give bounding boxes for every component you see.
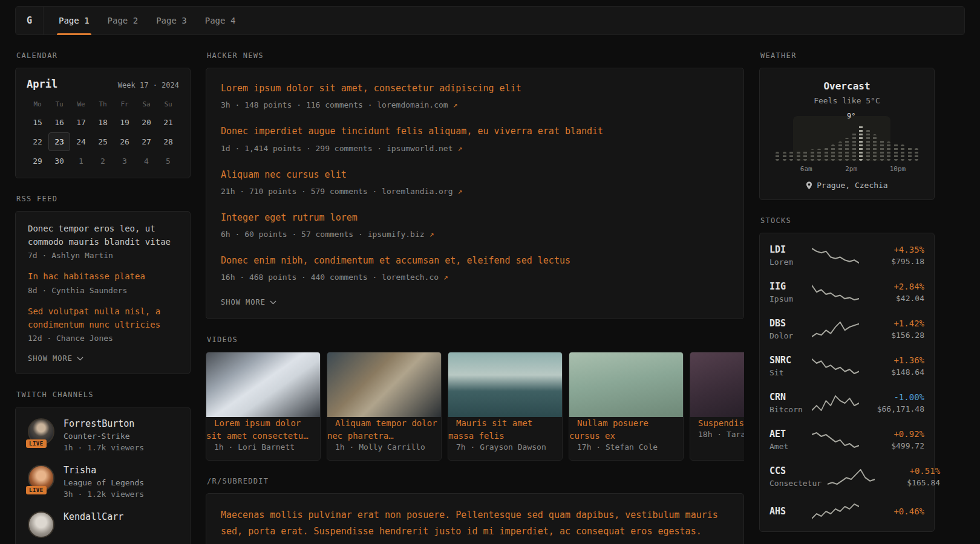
stock-change: +0.46%	[865, 507, 924, 516]
hn-item-link[interactable]: Integer eget rutrum lorem	[221, 211, 729, 225]
middle-column: HACKER NEWS Lorem ipsum dolor sit amet, …	[206, 35, 744, 544]
hn-item-link[interactable]: Donec enim nibh, condimentum et accumsan…	[221, 254, 729, 268]
calendar-day[interactable]: 2	[92, 152, 114, 170]
hackernews-widget: Lorem ipsum dolor sit amet, consectetur …	[206, 68, 744, 319]
stock-change: +2.84%	[865, 282, 924, 291]
hn-item-domain: loremlandia.org	[382, 187, 452, 196]
calendar-day[interactable]: 3	[114, 152, 136, 170]
stock-price: $165.84	[881, 478, 940, 487]
stock-id: CCS Consectetur	[769, 465, 822, 488]
stock-change: -1.00%	[865, 392, 924, 402]
calendar-day[interactable]: 21	[157, 113, 179, 132]
hn-item-domain-link[interactable]: loremlandia.org ↗	[382, 187, 462, 196]
external-link-icon: ↗	[429, 230, 434, 239]
stock-values: +4.35% $795.18	[865, 245, 924, 266]
app-logo[interactable]: G	[16, 7, 44, 34]
calendar-dow: Mo	[27, 95, 48, 112]
calendar-day[interactable]: 17	[70, 113, 92, 132]
hn-item-domain-link[interactable]: ipsumworld.net ↗	[387, 144, 462, 153]
external-link-icon: ↗	[457, 187, 462, 196]
calendar-day[interactable]: 5	[157, 152, 179, 170]
calendar-day[interactable]: 20	[136, 113, 157, 132]
twitch-channel[interactable]: LIVE ForrestBurton Counter-Strike 1h · 1…	[28, 418, 178, 452]
chevron-down-icon	[77, 357, 83, 361]
video-title-link[interactable]: Mauris sit amet massa felis	[448, 410, 532, 444]
video-card[interactable]: Suspendisse diam 18h · Tara	[690, 352, 744, 461]
stock-id: IIG Ipsum	[769, 281, 806, 303]
stock-row[interactable]: IIG Ipsum +2.84% $42.04	[760, 274, 934, 311]
stock-row[interactable]: CCS Consectetur +0.51% $165.84	[760, 458, 934, 495]
stock-change: +0.92%	[865, 429, 924, 439]
rss-show-more-button[interactable]: SHOW MORE	[28, 354, 83, 363]
stock-row[interactable]: LDI Lorem +4.35% $795.18	[760, 237, 934, 274]
hn-item-link[interactable]: Aliquam nec cursus elit	[221, 168, 729, 182]
twitch-channel[interactable]: KendallCarr	[28, 511, 178, 538]
hn-item-domain-link[interactable]: loremdomain.com ↗	[377, 100, 457, 109]
calendar-day[interactable]: 30	[48, 152, 70, 170]
calendar-day[interactable]: 18	[92, 113, 114, 132]
stock-symbol: AET	[769, 429, 806, 439]
video-meta: 18h · Tara	[690, 430, 744, 447]
calendar-day[interactable]: 4	[136, 152, 157, 170]
hn-item-link[interactable]: Donec imperdiet augue tincidunt felis al…	[221, 125, 729, 138]
weather-condition: Overcast	[772, 80, 922, 92]
calendar-day[interactable]: 29	[27, 152, 48, 170]
calendar-dow: We	[70, 95, 92, 112]
tab-page-1[interactable]: Page 1	[57, 7, 91, 34]
stocks-widget: LDI Lorem +4.35% $795.18 IIG Ipsum +2.84…	[759, 233, 935, 532]
calendar-day[interactable]: 27	[136, 132, 157, 151]
twitch-channel[interactable]: LIVE Trisha League of Legends 3h · 1.2k …	[28, 465, 178, 499]
calendar-day[interactable]: 28	[157, 132, 179, 151]
hn-item-domain-link[interactable]: ipsumify.biz ↗	[368, 230, 434, 239]
stock-row[interactable]: AET Amet +0.92% $499.72	[760, 421, 934, 458]
calendar-dow: Fr	[114, 95, 136, 112]
video-title-link[interactable]: Suspendisse diam	[690, 410, 744, 432]
rss-item-meta: 12d · Chance Jones	[28, 334, 178, 343]
calendar-day-selected[interactable]: 23	[48, 132, 70, 151]
tab-page-3[interactable]: Page 3	[154, 7, 189, 34]
calendar-day[interactable]: 25	[92, 132, 114, 151]
video-title-link[interactable]: Nullam posuere cursus ex	[569, 410, 648, 444]
stock-row[interactable]: AHS +0.46%	[760, 495, 934, 528]
tab-page-4[interactable]: Page 4	[203, 7, 238, 34]
stock-symbol: IIG	[769, 281, 806, 292]
video-title-link[interactable]: Aliquam tempor dolor nec pharetra…	[327, 410, 437, 444]
calendar-day[interactable]: 19	[114, 113, 136, 132]
rss-item-link[interactable]: In hac habitasse platea	[28, 270, 178, 283]
live-badge: LIVE	[26, 439, 47, 448]
stock-row[interactable]: SNRC Sit +1.36% $148.64	[760, 348, 934, 384]
video-meta: 7h · Grayson Dawson	[448, 442, 562, 460]
calendar-day[interactable]: 16	[48, 113, 70, 132]
calendar-day[interactable]: 1	[70, 152, 92, 170]
video-card[interactable]: Mauris sit amet massa felis 7h · Grayson…	[448, 352, 563, 461]
calendar-day[interactable]: 15	[27, 113, 48, 132]
calendar-widget: April Week 17 · 2024 Mo Tu We Th Fr Sa S…	[15, 68, 191, 178]
video-card[interactable]: Aliquam tempor dolor nec pharetra… 1h · …	[327, 352, 442, 461]
video-card[interactable]: Lorem ipsum dolor sit amet consectetu… 1…	[206, 352, 321, 461]
hn-item-meta: 6h · 60 points · 57 comments · ipsumify.…	[221, 230, 729, 239]
calendar-day[interactable]: 26	[114, 132, 136, 151]
calendar-day[interactable]: 22	[27, 132, 48, 151]
rss-section-title: RSS FEED	[16, 195, 189, 203]
stock-id: AET Amet	[769, 429, 806, 451]
weather-bars	[776, 125, 918, 161]
stock-row[interactable]: DBS Dolor +1.42% $156.28	[760, 311, 934, 348]
tab-page-2[interactable]: Page 2	[106, 7, 140, 34]
subreddit-item-link[interactable]: Maecenas mollis pulvinar erat non posuer…	[221, 507, 729, 539]
calendar-day[interactable]: 24	[70, 132, 92, 151]
calendar-grid: Mo Tu We Th Fr Sa Su 15 16 17 18 19 20 2…	[27, 95, 179, 170]
stock-row[interactable]: CRN Bitcorn -1.00% $66,171.48	[760, 384, 934, 421]
hn-item-domain-link[interactable]: loremtech.co ↗	[382, 273, 448, 282]
hn-show-more-button[interactable]: SHOW MORE	[221, 298, 276, 306]
video-card[interactable]: Nullam posuere cursus ex 17h · Stefan Co…	[569, 352, 684, 461]
rss-item-link[interactable]: Donec tempor eros leo, ut commodo mauris…	[28, 222, 178, 248]
video-title-link[interactable]: Lorem ipsum dolor sit amet consectetu…	[206, 410, 316, 444]
subreddit-item: Maecenas mollis pulvinar erat non posuer…	[221, 507, 729, 544]
hn-item-link[interactable]: Lorem ipsum dolor sit amet, consectetur …	[221, 82, 729, 96]
stock-change: +4.35%	[865, 245, 924, 254]
stock-name: Consectetur	[769, 479, 822, 488]
stock-name: Dolor	[769, 331, 806, 340]
right-column: WEATHER Overcast Feels like 5°C 9° 6am 2…	[759, 35, 935, 532]
weather-chart: 9° 6am 2pm 10pm	[774, 115, 920, 173]
rss-item-link[interactable]: Sed volutpat nulla nisl, a condimentum n…	[28, 305, 178, 331]
